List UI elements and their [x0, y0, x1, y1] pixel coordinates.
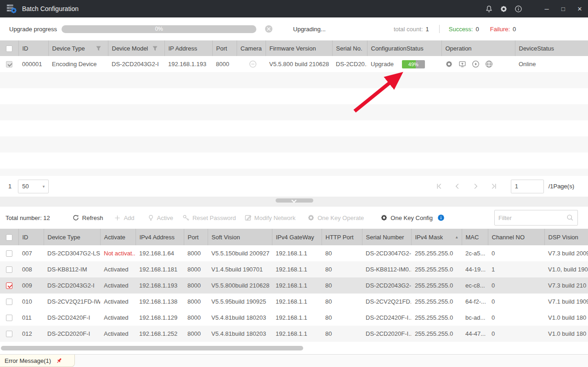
refresh-button[interactable]: Refresh	[72, 214, 103, 221]
success-label: Success:	[449, 26, 473, 33]
error-message-tab[interactable]: Error Message(1)	[0, 355, 75, 367]
search-icon	[566, 214, 574, 221]
live-view-icon[interactable]	[472, 60, 480, 68]
column-ipv4-address[interactable]: IPv4 Address	[136, 229, 184, 245]
device-row[interactable]: 008 DS-KB8112-IM Activated 192.168.1.181…	[0, 261, 588, 277]
cell-serial-no: DS-2CD20...	[332, 56, 367, 72]
cell-id: 007	[18, 245, 44, 261]
cell-http-port: 80	[322, 277, 362, 294]
web-browser-icon[interactable]	[485, 60, 493, 68]
one-key-operate-button[interactable]: One Key Operate	[307, 214, 364, 221]
column-firmware-version[interactable]: Firmware Version	[266, 40, 332, 56]
column-mac[interactable]: MAC	[462, 229, 488, 245]
active-button[interactable]: Active	[147, 215, 173, 221]
cell-port: 8000	[184, 294, 208, 310]
add-button[interactable]: Add	[114, 215, 134, 221]
cell-ipv4: 192.168.1.193	[136, 277, 184, 294]
bell-icon	[485, 5, 493, 13]
horizontal-scroll-area	[0, 342, 588, 354]
device-row[interactable]: 007 DS-2CD3047G2-LS Not activat... 192.1…	[0, 245, 588, 261]
page-number-input[interactable]	[511, 180, 544, 193]
cell-gateway: 192.168.1.1	[272, 245, 322, 261]
cell-mask: 255.255.255.0	[411, 294, 462, 310]
column-operation[interactable]: Operation	[441, 40, 515, 56]
cell-id: 008	[18, 261, 44, 277]
row-checkbox[interactable]	[6, 299, 12, 305]
device-row-selected[interactable]: 009 DS-2CD2043G2-I Activated 192.168.1.1…	[0, 277, 588, 294]
cell-mask: 255.255.255.0	[411, 261, 462, 277]
column-port[interactable]: Port	[184, 229, 208, 245]
column-device-type[interactable]: Device Type	[44, 229, 100, 245]
device-row[interactable]: 000001 Encoding Device DS-2CD2043G2-I 19…	[0, 56, 588, 72]
modify-network-button[interactable]: Modify Network	[244, 214, 296, 221]
last-page-button[interactable]	[485, 180, 503, 193]
settings-button[interactable]	[496, 0, 511, 17]
column-serial-number[interactable]: Serial Number	[362, 229, 411, 245]
header-select-all[interactable]	[0, 229, 18, 245]
pin-icon[interactable]	[56, 357, 62, 364]
cell-device-type: DS-2CD2043G2-I	[44, 277, 100, 294]
column-id[interactable]: ID	[18, 40, 48, 56]
splitter-handle[interactable]	[276, 198, 313, 203]
column-device-type[interactable]: Device Type	[48, 40, 108, 56]
row-checkbox-checked[interactable]	[6, 282, 12, 289]
close-button[interactable]: ✕	[571, 0, 588, 17]
device-row[interactable]: 011 DS-2CD2420F-I Activated 192.168.1.12…	[0, 310, 588, 326]
column-ip-address[interactable]: IP Address	[164, 40, 212, 56]
column-channel-no[interactable]: Channel NO	[488, 229, 544, 245]
cell-http-port: 80	[322, 310, 362, 326]
column-ipv4-mask[interactable]: IPv4 Mask ▲	[411, 229, 462, 245]
device-row[interactable]: 012 DS-2CD2020F-I Activated 192.168.1.25…	[0, 326, 588, 342]
notifications-button[interactable]	[481, 0, 496, 17]
column-http-port[interactable]: HTTP Port	[322, 229, 362, 245]
empty-rows-area	[0, 72, 588, 176]
select-all-checkbox[interactable]	[6, 45, 12, 52]
column-id[interactable]: ID	[18, 229, 44, 245]
select-all-checkbox[interactable]	[6, 234, 12, 241]
header-select-all[interactable]	[0, 40, 18, 56]
column-configuration-status[interactable]: ConfigurationStatus	[367, 40, 441, 56]
column-dsp-vision[interactable]: DSP Vision	[544, 229, 588, 245]
cell-id: 012	[18, 326, 44, 342]
cell-dsp: V7.3 build 2009	[544, 245, 588, 261]
filter-icon[interactable]	[152, 45, 158, 51]
about-button[interactable]	[511, 0, 526, 17]
column-ipv4-gateway[interactable]: IPv4 GateWay	[272, 229, 322, 245]
filter-icon[interactable]	[96, 45, 102, 51]
reset-password-button[interactable]: Reset Password	[182, 214, 236, 221]
minimize-button[interactable]: ─	[538, 0, 555, 17]
one-key-config-button[interactable]: One Key Config	[380, 214, 433, 221]
next-page-button[interactable]	[467, 180, 485, 193]
row-checkbox-checked-disabled[interactable]	[6, 61, 12, 68]
column-serial-no[interactable]: Serial No.	[332, 40, 367, 56]
column-device-model[interactable]: Device Model	[108, 40, 164, 56]
row-checkbox[interactable]	[6, 250, 12, 257]
cell-soft-vision: V5.4.81build 180203	[208, 310, 272, 326]
row-checkbox[interactable]	[6, 315, 12, 321]
column-camera[interactable]: Camera	[237, 40, 266, 56]
previous-page-button[interactable]	[448, 180, 467, 193]
row-checkbox[interactable]	[6, 331, 12, 337]
maximize-button[interactable]: □	[555, 0, 571, 17]
device-row[interactable]: 010 DS-2CV2Q21FD-IW Activated 192.168.1.…	[0, 294, 588, 310]
cell-soft-vision: V5.5.150build 200927	[208, 245, 272, 261]
close-progress-icon[interactable]	[265, 25, 273, 33]
page-size-select[interactable]: 50 ▾	[18, 180, 49, 193]
cell-activate: Activated	[100, 294, 136, 310]
info-badge-icon[interactable]	[437, 214, 445, 221]
column-port[interactable]: Port	[212, 40, 237, 56]
column-activate[interactable]: Activate	[100, 229, 136, 245]
horizontal-scrollbar[interactable]	[1, 346, 303, 350]
filter-input[interactable]	[498, 215, 566, 221]
remote-settings-icon[interactable]	[445, 60, 453, 68]
first-page-button[interactable]	[430, 180, 448, 193]
cell-port: 8000	[184, 326, 208, 342]
device-toolbar: Total number: 12 Refresh Add Active Rese…	[0, 207, 588, 229]
filter-search-box[interactable]	[494, 210, 578, 226]
cell-device-type: Encoding Device	[48, 56, 108, 72]
first-page-icon	[435, 183, 442, 190]
column-device-status[interactable]: DeviceStatus	[515, 40, 588, 56]
column-soft-vision[interactable]: Soft Vision	[208, 229, 272, 245]
remote-config-icon[interactable]	[458, 60, 466, 68]
row-checkbox[interactable]	[6, 266, 12, 273]
